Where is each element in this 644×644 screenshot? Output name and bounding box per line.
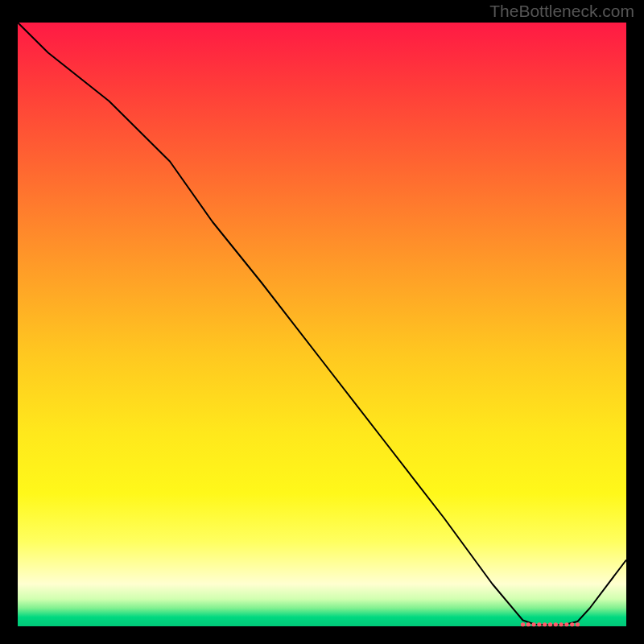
- plateau-dot: [554, 622, 558, 626]
- plateau-dot: [564, 622, 568, 626]
- chart-container: TheBottleneck.com: [0, 0, 644, 644]
- plateau-dot: [576, 622, 580, 626]
- plateau-dot: [526, 622, 530, 626]
- plateau-dot: [543, 622, 547, 626]
- plateau-dot: [537, 622, 541, 626]
- plateau-dot: [531, 622, 535, 626]
- plateau-dot: [548, 622, 552, 626]
- plateau-dot: [570, 622, 574, 626]
- plot-area: [18, 23, 626, 626]
- plateau-markers: [521, 622, 580, 626]
- chart-svg: [18, 23, 626, 626]
- watermark-text: TheBottleneck.com: [489, 2, 634, 21]
- plateau-dot: [559, 622, 563, 626]
- curve-path: [18, 23, 626, 625]
- plateau-dot: [521, 622, 525, 626]
